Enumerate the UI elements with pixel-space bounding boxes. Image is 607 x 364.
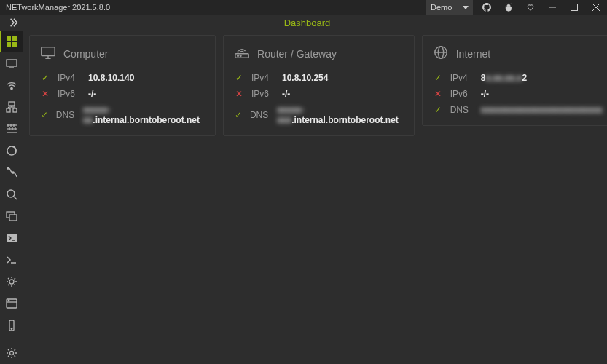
svg-rect-8 xyxy=(7,60,17,66)
sidebar-item-ping-monitor[interactable] xyxy=(0,140,23,162)
svg-rect-6 xyxy=(7,42,11,47)
dashboard-content: Computer ✓ IPv4 10.8.10.140 ✕ IPv6 -/- ✓… xyxy=(23,31,607,364)
card-computer: Computer ✓ IPv4 10.8.10.140 ✕ IPv6 -/- ✓… xyxy=(29,35,216,136)
bug-icon[interactable] xyxy=(498,0,520,15)
check-icon: ✓ xyxy=(433,73,443,83)
router-ipv4-row: ✓ IPv4 10.8.10.254 xyxy=(234,73,404,83)
router-ipv6-row: ✕ IPv6 -/- xyxy=(234,89,404,99)
svg-rect-7 xyxy=(12,42,17,47)
app-title: NETworkManager 2021.5.8.0 xyxy=(6,3,110,12)
sidebar-item-wifi[interactable] xyxy=(0,74,23,96)
sidebar-item-putty[interactable] xyxy=(0,249,23,271)
svg-point-39 xyxy=(8,300,9,301)
svg-rect-4 xyxy=(7,36,11,41)
globe-icon xyxy=(433,44,449,63)
sidebar-item-ip-scanner[interactable] xyxy=(0,96,23,118)
profile-dropdown-label: Demo xyxy=(431,3,452,12)
svg-point-30 xyxy=(7,190,15,197)
internet-dns-row: ✓ DNS xxxxxxxxxxxxxxxxxxxxxxxxx xyxy=(433,105,603,115)
sidebar-item-dashboard[interactable] xyxy=(0,31,23,52)
sidebar xyxy=(0,31,23,364)
close-button[interactable] xyxy=(585,0,607,15)
computer-dns-row: ✓ DNS xxxxx-xx.internal.borntoberoot.net xyxy=(40,105,205,125)
svg-point-36 xyxy=(9,280,14,284)
svg-point-10 xyxy=(11,87,12,89)
svg-rect-33 xyxy=(9,215,17,221)
sidebar-item-traceroute[interactable] xyxy=(0,162,23,183)
check-icon: ✓ xyxy=(433,105,443,115)
router-dns-row: ✓ DNS xxxxx-xxx.internal.borntoberoot.ne… xyxy=(234,105,404,125)
svg-rect-11 xyxy=(9,102,15,106)
titlebar-controls: Demo xyxy=(426,0,607,15)
monitor-icon xyxy=(40,44,56,63)
svg-rect-13 xyxy=(13,108,17,112)
svg-rect-1 xyxy=(571,4,578,11)
check-icon: ✓ xyxy=(234,73,244,83)
titlebar: NETworkManager 2021.5.8.0 Demo xyxy=(0,0,607,15)
header-row: Dashboard xyxy=(0,15,607,31)
minimize-button[interactable] xyxy=(541,0,563,15)
internet-ipv6-row: ✕ IPv6 -/- xyxy=(433,89,603,99)
internet-ipv4-row: ✓ IPv4 8x.xx.xx.x2 xyxy=(433,73,603,83)
card-internet-title: Internet xyxy=(456,48,490,60)
svg-point-49 xyxy=(240,55,241,57)
svg-rect-43 xyxy=(42,47,55,56)
github-icon[interactable] xyxy=(476,0,498,15)
check-icon: ✓ xyxy=(234,110,243,120)
svg-rect-34 xyxy=(7,234,17,242)
sidebar-item-wake-on-lan[interactable] xyxy=(0,314,23,336)
page-title: Dashboard xyxy=(7,17,607,28)
sidebar-item-port-scanner[interactable] xyxy=(0,118,23,140)
svg-point-48 xyxy=(238,55,239,57)
card-internet: Internet ✓ IPv4 8x.xx.xx.x2 ✕ IPv6 -/- ✓… xyxy=(422,35,607,126)
card-router-title: Router / Gateway xyxy=(257,48,337,60)
router-icon xyxy=(234,44,250,63)
sidebar-item-snmp[interactable] xyxy=(0,293,23,314)
cross-icon: ✕ xyxy=(40,89,50,99)
svg-point-42 xyxy=(10,352,14,355)
svg-point-29 xyxy=(12,172,14,173)
check-icon: ✓ xyxy=(40,110,49,120)
svg-rect-5 xyxy=(12,36,17,41)
profile-dropdown[interactable]: Demo xyxy=(426,0,473,15)
heart-icon[interactable] xyxy=(520,0,541,15)
sidebar-item-dns-lookup[interactable] xyxy=(0,183,23,205)
chevron-down-icon xyxy=(463,6,469,9)
cross-icon: ✕ xyxy=(234,89,244,99)
maximize-button[interactable] xyxy=(563,0,585,15)
svg-point-41 xyxy=(11,328,12,330)
svg-line-31 xyxy=(14,197,17,199)
svg-rect-12 xyxy=(7,108,10,112)
sidebar-item-settings[interactable] xyxy=(0,342,23,364)
sidebar-item-network-interface[interactable] xyxy=(0,52,23,74)
sidebar-item-remote-desktop[interactable] xyxy=(0,205,23,227)
check-icon: ✓ xyxy=(40,73,50,83)
sidebar-item-discovery[interactable] xyxy=(0,271,23,293)
sidebar-item-powershell[interactable] xyxy=(0,227,23,249)
cross-icon: ✕ xyxy=(433,89,443,99)
svg-point-28 xyxy=(7,167,9,169)
card-computer-title: Computer xyxy=(63,48,108,60)
computer-ipv6-row: ✕ IPv6 -/- xyxy=(40,89,205,99)
computer-ipv4-row: ✓ IPv4 10.8.10.140 xyxy=(40,73,205,83)
card-router: Router / Gateway ✓ IPv4 10.8.10.254 ✕ IP… xyxy=(223,35,415,136)
